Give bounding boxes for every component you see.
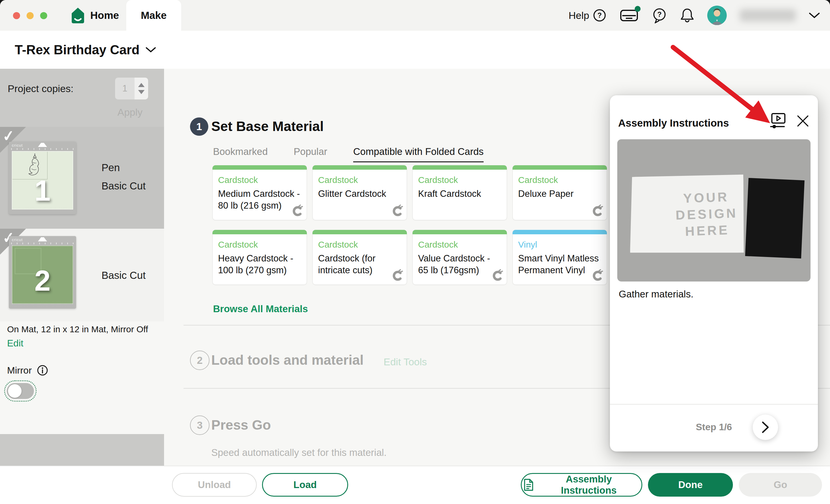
cricut-bug-icon xyxy=(591,204,604,218)
panel-step-counter: Step 1/6 xyxy=(610,422,818,433)
apply-button[interactable]: Apply xyxy=(118,106,142,118)
next-step-button[interactable] xyxy=(753,415,778,440)
feedback-question-icon[interactable]: ? xyxy=(652,7,667,23)
stepper-up-icon[interactable] xyxy=(138,83,145,87)
material-card[interactable]: Vinyl Smart Vinyl Matless Permanent Viny… xyxy=(512,230,607,285)
go-button[interactable]: Go xyxy=(739,473,822,497)
avatar[interactable] xyxy=(707,6,727,25)
material-card[interactable]: Cardstock Medium Cardstock - 80 lb (216 … xyxy=(213,165,307,220)
project-title: T-Rex Birthday Card xyxy=(15,42,139,57)
tab-home[interactable]: Home xyxy=(70,0,119,31)
cricut-bug-icon xyxy=(591,269,604,282)
copies-stepper[interactable] xyxy=(134,77,148,99)
edit-tools-link[interactable]: Edit Tools xyxy=(384,356,427,368)
assembly-instructions-panel: Assembly Instructions YOUR DESIGN HERE G… xyxy=(610,95,818,451)
zoom-window-button[interactable] xyxy=(40,12,47,19)
material-tabs: Bookmarked Popular Compatible with Folde… xyxy=(213,146,484,162)
material-name: Heavy Cardstock - 100 lb (270 gsm) xyxy=(218,253,302,276)
material-card-grid: Cardstock Medium Cardstock - 80 lb (216 … xyxy=(213,165,626,285)
project-copies-block: Project copies: 1 Apply xyxy=(0,69,164,127)
copies-input[interactable]: 1 xyxy=(115,77,148,99)
help-circle-icon: ? xyxy=(593,8,606,22)
tab-bookmarked[interactable]: Bookmarked xyxy=(213,146,267,162)
done-button[interactable]: Done xyxy=(648,473,733,497)
material-category: Cardstock xyxy=(418,175,458,185)
action-bar: Unload Load Assembly Instructions Done G… xyxy=(0,466,830,504)
sidebar-footer-strip xyxy=(0,434,164,466)
cricut-design-space-window: Home Make Help ? ? xyxy=(0,0,830,504)
stencil-card-photo: YOUR DESIGN HERE xyxy=(628,173,746,256)
mat-1-thumbnail[interactable]: cricut 1 xyxy=(9,141,76,214)
material-color-bar xyxy=(413,165,507,170)
material-card[interactable]: Cardstock Kraft Cardstock xyxy=(413,165,507,220)
mat-item-2[interactable]: ✓ cricut 2 Basic Cut xyxy=(0,229,164,321)
mat-item-1[interactable]: ✓ cricut 1 Pen Basic Cut xyxy=(0,127,164,229)
info-icon[interactable] xyxy=(37,365,49,376)
material-card[interactable]: Cardstock Glitter Cardstock xyxy=(313,165,407,220)
material-category: Cardstock xyxy=(318,175,358,185)
assembly-instructions-button[interactable]: Assembly Instructions xyxy=(521,473,642,497)
notifications-bell-icon[interactable] xyxy=(680,8,694,23)
tab-make-active[interactable]: Make xyxy=(126,0,181,31)
video-instructions-icon[interactable] xyxy=(769,112,787,130)
mat-sidebar: Project copies: 1 Apply ✓ cricut xyxy=(0,69,164,466)
instruction-caption: Gather materials. xyxy=(619,289,693,300)
mat-2-cut-label: Basic Cut xyxy=(101,270,146,281)
help-label: Help xyxy=(569,10,589,21)
material-category: Cardstock xyxy=(518,175,558,185)
stencil-line: HERE xyxy=(676,221,739,240)
material-color-bar xyxy=(313,165,407,170)
close-window-button[interactable] xyxy=(13,12,20,19)
tab-compatible-folded-cards[interactable]: Compatible with Folded Cards xyxy=(353,146,484,162)
home-icon xyxy=(70,7,86,24)
material-name: Value Cardstock - 65 lb (176gsm) xyxy=(418,253,503,276)
material-card[interactable]: Cardstock Heavy Cardstock - 100 lb (270 … xyxy=(213,230,307,285)
material-name: Glitter Cardstock xyxy=(318,188,403,200)
browse-all-materials-link[interactable]: Browse All Materials xyxy=(213,303,308,315)
stepper-down-icon[interactable] xyxy=(138,90,145,94)
step-1-badge: 1 xyxy=(190,118,208,136)
material-color-bar xyxy=(512,230,607,234)
material-category: Cardstock xyxy=(218,240,258,250)
material-color-bar xyxy=(512,165,607,170)
step-3-badge: 3 xyxy=(190,415,210,435)
panel-divider xyxy=(610,404,818,405)
material-category: Cardstock xyxy=(318,240,358,250)
mat-notch xyxy=(35,237,50,241)
mat-1-cut-label: Basic Cut xyxy=(101,180,146,192)
step-2-badge: 2 xyxy=(190,351,210,370)
cricut-bug-icon xyxy=(291,204,304,218)
account-name-redacted xyxy=(740,9,796,22)
unload-button[interactable]: Unload xyxy=(172,473,257,497)
material-color-bar xyxy=(313,230,407,234)
cricut-bug-icon xyxy=(391,204,404,218)
close-icon[interactable] xyxy=(796,114,810,128)
material-card[interactable]: Cardstock Cardstock (for intricate cuts) xyxy=(313,230,407,285)
project-header: T-Rex Birthday Card xyxy=(0,31,830,69)
project-title-chevron-icon xyxy=(146,46,156,53)
mirror-toggle-track xyxy=(7,383,34,399)
cricut-brand: cricut xyxy=(12,238,23,242)
material-card[interactable]: Cardstock Value Cardstock - 65 lb (176gs… xyxy=(413,230,507,285)
load-button[interactable]: Load xyxy=(262,473,348,497)
mat-2-thumbnail[interactable]: cricut 2 xyxy=(9,236,76,309)
project-title-dropdown[interactable]: T-Rex Birthday Card xyxy=(15,31,156,69)
window-titlebar: Home Make Help ? ? xyxy=(0,0,830,31)
material-name: Deluxe Paper xyxy=(518,188,603,200)
chevron-right-icon xyxy=(761,421,770,434)
minimize-window-button[interactable] xyxy=(27,12,34,19)
material-card[interactable]: Cardstock Deluxe Paper xyxy=(512,165,607,220)
edit-mat-link[interactable]: Edit xyxy=(7,338,23,349)
traffic-lights xyxy=(13,12,47,19)
account-chevron-down-icon[interactable] xyxy=(809,12,820,19)
panel-title: Assembly Instructions xyxy=(618,117,729,129)
tab-popular[interactable]: Popular xyxy=(294,146,327,162)
help-menu[interactable]: Help ? xyxy=(569,8,606,22)
svg-text:?: ? xyxy=(598,11,602,19)
mirror-toggle[interactable] xyxy=(4,380,37,402)
mat-ruler-ticks xyxy=(11,148,74,150)
make-tab-label: Make xyxy=(141,9,167,21)
step-3-note: Speed automatically set for this materia… xyxy=(211,447,386,458)
machine-status-icon[interactable] xyxy=(619,8,639,23)
document-icon xyxy=(523,479,534,491)
